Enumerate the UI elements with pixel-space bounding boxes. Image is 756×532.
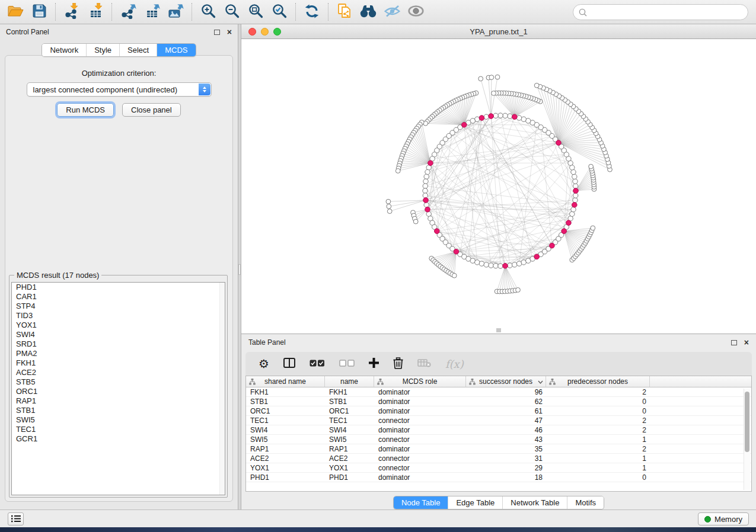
column-header-shared-name[interactable]: shared name	[246, 376, 325, 387]
cell-predecessor-nodes[interactable]: 1	[546, 435, 650, 444]
hide-panels-button[interactable]	[380, 1, 404, 23]
cell-successor-nodes[interactable]: 31	[466, 454, 546, 463]
column-header-successor-nodes[interactable]: successor nodes	[466, 376, 546, 387]
mcds-result-item[interactable]: YOX1	[12, 321, 225, 330]
add-column-button[interactable]	[369, 358, 379, 370]
run-mcds-button[interactable]: Run MCDS	[57, 103, 114, 117]
cell-predecessor-nodes[interactable]: 2	[546, 387, 650, 396]
select-all-columns-button[interactable]	[310, 360, 325, 368]
table-close-icon[interactable]: ×	[744, 339, 749, 345]
cell-successor-nodes[interactable]: 47	[466, 416, 546, 425]
cell-shared-name[interactable]: TEC1	[246, 416, 325, 425]
mcds-result-item[interactable]: CAR1	[12, 292, 225, 302]
cell-shared-name[interactable]: SWI5	[246, 435, 325, 444]
table-row[interactable]: TEC1TEC1connector472	[246, 416, 751, 425]
cell-MCDS-role[interactable]: dominator	[374, 444, 466, 453]
mcds-result-item[interactable]: TID3	[12, 311, 225, 321]
tab-select[interactable]: Select	[119, 44, 157, 56]
show-columns-button[interactable]	[283, 358, 295, 370]
cell-MCDS-role[interactable]: dominator	[374, 397, 466, 406]
tab-node-table[interactable]: Node Table	[394, 496, 448, 509]
table-row[interactable]: ACE2ACE2connector311	[246, 454, 751, 463]
cell-MCDS-role[interactable]: dominator	[374, 387, 466, 396]
cell-MCDS-role[interactable]: connector	[374, 463, 466, 472]
cell-predecessor-nodes[interactable]: 2	[546, 416, 650, 425]
cell-name[interactable]: ACE2	[325, 454, 374, 463]
table-row[interactable]: FKH1FKH1dominator962	[246, 387, 751, 397]
mcds-result-item[interactable]: PMA2	[12, 349, 225, 358]
open-session-button[interactable]	[4, 1, 27, 23]
cell-MCDS-role[interactable]: connector	[374, 454, 466, 463]
cell-shared-name[interactable]: ORC1	[246, 406, 325, 415]
cell-name[interactable]: ORC1	[325, 406, 374, 415]
save-session-button[interactable]	[27, 1, 51, 23]
task-history-button[interactable]	[8, 512, 24, 525]
refresh-button[interactable]	[300, 1, 324, 23]
column-header-name[interactable]: name	[325, 376, 374, 387]
delete-columns-button[interactable]	[393, 357, 403, 371]
birdseye-button[interactable]	[356, 1, 380, 23]
optimization-criterion-select[interactable]: largest connected component (undirected)	[27, 82, 212, 97]
cell-successor-nodes[interactable]: 46	[466, 425, 546, 434]
network-canvas[interactable]	[241, 39, 756, 334]
zoom-fit-button[interactable]	[244, 1, 267, 23]
zoom-in-button[interactable]	[196, 1, 220, 23]
cell-shared-name[interactable]: RAP1	[246, 444, 325, 453]
close-panel-button[interactable]: Close panel	[122, 103, 181, 117]
cell-shared-name[interactable]: YOX1	[246, 463, 325, 472]
cell-MCDS-role[interactable]: dominator	[374, 473, 466, 482]
cell-name[interactable]: FKH1	[325, 387, 374, 396]
cell-predecessor-nodes[interactable]: 0	[546, 397, 650, 406]
cell-shared-name[interactable]: SWI4	[246, 425, 325, 434]
table-scrollbar[interactable]	[744, 389, 750, 490]
cell-predecessor-nodes[interactable]: 2	[546, 425, 650, 434]
close-panel-icon[interactable]: ×	[227, 29, 232, 35]
export-network-button[interactable]	[116, 1, 140, 23]
mcds-result-item[interactable]: STP4	[12, 302, 225, 311]
show-panels-button[interactable]	[404, 1, 428, 23]
cell-shared-name[interactable]: STB1	[246, 397, 325, 406]
cell-name[interactable]: RAP1	[325, 444, 374, 453]
tab-network[interactable]: Network	[42, 44, 86, 56]
table-row[interactable]: SWI4SWI4dominator462	[246, 425, 751, 435]
cell-successor-nodes[interactable]: 96	[466, 387, 546, 396]
cell-predecessor-nodes[interactable]: 0	[546, 473, 650, 482]
tab-style[interactable]: Style	[86, 44, 119, 56]
table-float-icon[interactable]	[731, 340, 737, 345]
network-hscroll-thumb[interactable]	[496, 328, 501, 332]
divider-grip[interactable]	[238, 264, 241, 275]
cell-name[interactable]: SWI5	[325, 435, 374, 444]
mcds-result-item[interactable]: STB1	[12, 406, 225, 415]
cell-shared-name[interactable]: ACE2	[246, 454, 325, 463]
mcds-result-list[interactable]: PHD1CAR1STP4TID3YOX1SWI4SRD1PMA2FKH1ACE2…	[11, 282, 225, 495]
tab-edge-table[interactable]: Edge Table	[448, 496, 502, 509]
mcds-result-item[interactable]: ORC1	[12, 387, 225, 396]
mcds-result-item[interactable]: ACE2	[12, 368, 225, 377]
clone-network-button[interactable]	[333, 1, 356, 23]
cell-predecessor-nodes[interactable]: 1	[546, 463, 650, 472]
table-scrollbar-thumb[interactable]	[745, 392, 749, 452]
mcds-result-item[interactable]: TEC1	[12, 425, 225, 434]
cell-name[interactable]: PHD1	[325, 473, 374, 482]
cell-name[interactable]: TEC1	[325, 416, 374, 425]
cell-name[interactable]: STB1	[325, 397, 374, 406]
table-row[interactable]: RAP1RAP1dominator352	[246, 444, 751, 454]
cell-MCDS-role[interactable]: dominator	[374, 425, 466, 434]
network-graph[interactable]	[241, 39, 756, 334]
table-row[interactable]: SWI5SWI5connector431	[246, 435, 751, 444]
cell-successor-nodes[interactable]: 62	[466, 397, 546, 406]
cell-MCDS-role[interactable]: connector	[374, 416, 466, 425]
network-window-titlebar[interactable]: YPA_prune.txt_1	[241, 24, 756, 39]
cell-successor-nodes[interactable]: 43	[466, 435, 546, 444]
cell-successor-nodes[interactable]: 18	[466, 473, 546, 482]
cell-MCDS-role[interactable]: connector	[374, 435, 466, 444]
cell-shared-name[interactable]: PHD1	[246, 473, 325, 482]
mcds-result-item[interactable]: GCR1	[12, 434, 225, 444]
unselect-all-columns-button[interactable]	[339, 360, 355, 368]
cell-predecessor-nodes[interactable]: 2	[546, 444, 650, 453]
export-image-button[interactable]	[164, 1, 187, 23]
mcds-result-item[interactable]: PHD1	[12, 283, 225, 292]
zoom-out-button[interactable]	[220, 1, 244, 23]
cell-predecessor-nodes[interactable]: 0	[546, 406, 650, 415]
import-network-button[interactable]	[60, 1, 84, 23]
